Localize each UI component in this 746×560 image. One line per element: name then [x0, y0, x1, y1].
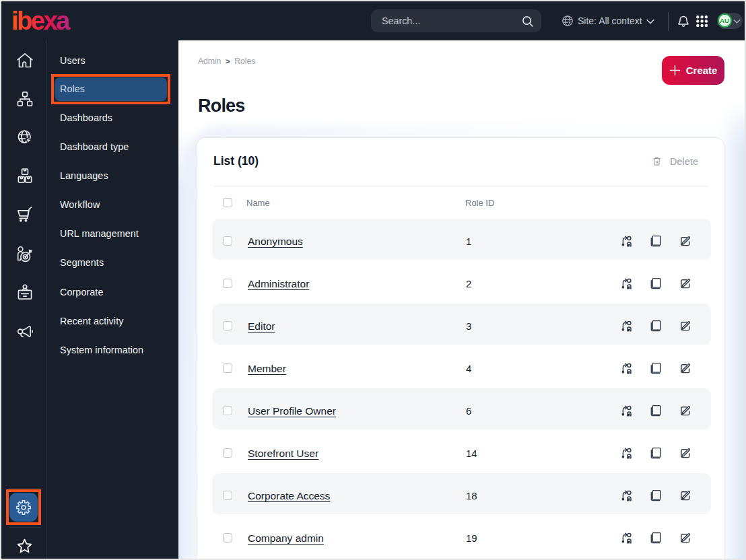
svg-text:ibexa: ibexa [11, 7, 71, 35]
